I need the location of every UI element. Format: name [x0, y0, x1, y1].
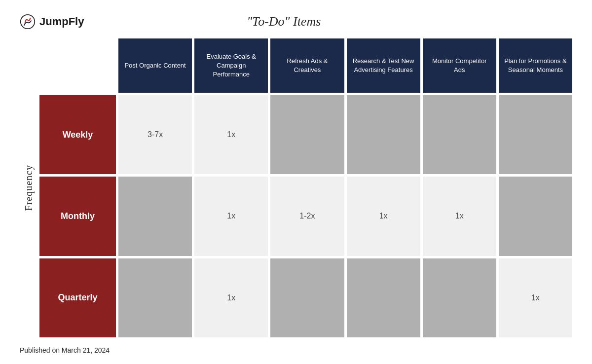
- row-label-quarterly: Quarterly: [39, 258, 116, 337]
- cell-weekly-3: [347, 95, 420, 174]
- cell-monthly-0: [118, 177, 192, 255]
- jumpfly-logo-icon: [20, 14, 36, 30]
- table-row-quarterly: Quarterly 1x 1x: [39, 258, 572, 337]
- cell-weekly-4: [423, 95, 496, 174]
- cell-weekly-2: [270, 95, 344, 174]
- logo-text: JumpFly: [39, 15, 84, 28]
- published-date: Published on March 21, 2024: [20, 346, 110, 354]
- main-content: Frequency Post Organic Content Evaluate …: [20, 38, 572, 337]
- col-header-4: Monitor Competitor Ads: [423, 38, 496, 93]
- cell-monthly-1: 1x: [194, 177, 268, 255]
- cell-quarterly-1: 1x: [194, 258, 268, 337]
- frequency-label-container: Frequency: [20, 38, 37, 337]
- row-label-weekly: Weekly: [39, 95, 116, 174]
- header: JumpFly "To-Do" Items: [20, 14, 572, 30]
- col-header-5: Plan for Promotions & Seasonal Moments: [499, 38, 572, 93]
- table-row-weekly: Weekly 3-7x 1x: [39, 95, 572, 174]
- col-header-empty-cell: [39, 38, 116, 93]
- cell-weekly-5: [499, 95, 572, 174]
- data-rows: Weekly 3-7x 1x Monthly 1x 1-2x 1x 1x: [39, 95, 572, 337]
- col-header-2: Refresh Ads & Creatives: [270, 38, 344, 93]
- page-title: "To-Do" Items: [84, 14, 483, 29]
- col-header-0: Post Organic Content: [118, 38, 192, 93]
- table-row-monthly: Monthly 1x 1-2x 1x 1x: [39, 177, 572, 255]
- cell-monthly-2: 1-2x: [270, 177, 344, 255]
- grid-container: Post Organic Content Evaluate Goals & Ca…: [39, 38, 572, 337]
- frequency-label: Frequency: [23, 165, 35, 211]
- page-container: JumpFly "To-Do" Items Frequency Post Org…: [0, 0, 592, 364]
- cell-quarterly-0: [118, 258, 192, 337]
- logo-area: JumpFly: [20, 14, 84, 30]
- cell-monthly-3: 1x: [347, 177, 420, 255]
- col-header-1: Evaluate Goals & Campaign Performance: [194, 38, 268, 93]
- col-header-3: Research & Test New Advertising Features: [347, 38, 420, 93]
- col-headers-row: Post Organic Content Evaluate Goals & Ca…: [39, 38, 572, 93]
- cell-quarterly-4: [423, 258, 496, 337]
- cell-quarterly-3: [347, 258, 420, 337]
- cell-weekly-0: 3-7x: [118, 95, 192, 174]
- cell-monthly-4: 1x: [423, 177, 496, 255]
- row-label-monthly: Monthly: [39, 177, 116, 255]
- cell-quarterly-5: 1x: [499, 258, 572, 337]
- cell-monthly-5: [499, 177, 572, 255]
- cell-quarterly-2: [270, 258, 344, 337]
- cell-weekly-1: 1x: [194, 95, 268, 174]
- footer: Published on March 21, 2024: [20, 346, 572, 354]
- svg-point-0: [21, 15, 35, 29]
